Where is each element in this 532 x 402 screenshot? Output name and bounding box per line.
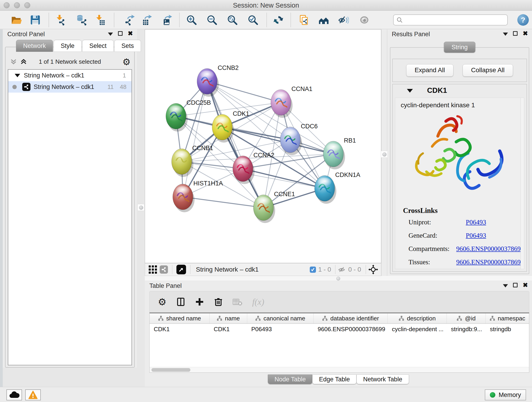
network-options-gear-icon[interactable]: ⚙	[122, 56, 131, 67]
cloud-status-button[interactable]	[6, 389, 22, 400]
search-input[interactable]	[403, 15, 507, 25]
tab-network-table[interactable]: Network Table	[356, 375, 409, 384]
main-toolbar: ?	[0, 11, 532, 29]
panel-menu-icon[interactable]	[503, 284, 508, 287]
birdseye-navigator-icon[interactable]	[368, 264, 378, 274]
column-header[interactable]: canonical name	[247, 313, 314, 323]
memory-button[interactable]: Memory	[485, 389, 526, 400]
network-node-RB1[interactable]: RB1	[323, 137, 356, 169]
crosslink-label: Uniprot:	[409, 218, 466, 226]
zoom-fit-icon[interactable]	[227, 14, 238, 26]
column-header[interactable]: @id	[447, 313, 486, 323]
results-scrollbar[interactable]	[520, 98, 524, 269]
zoom-selected-icon[interactable]	[247, 14, 259, 26]
import-table-icon[interactable]	[94, 14, 105, 26]
grid-view-icon[interactable]	[149, 265, 157, 274]
network-node-CCNB1[interactable]: CCNB1	[172, 145, 213, 177]
crosslink-link[interactable]: P06493	[466, 218, 486, 226]
warning-icon	[28, 390, 38, 399]
selected-nodes-checkbox[interactable]	[310, 267, 316, 273]
crosslink-label: GeneCard:	[409, 232, 466, 239]
panel-close-icon[interactable]: ✖	[523, 283, 528, 287]
horizontal-splitter[interactable]	[145, 276, 532, 281]
tab-node-table[interactable]: Node Table	[268, 375, 312, 384]
show-panel-eye-icon[interactable]	[359, 14, 370, 26]
network-edge	[183, 197, 264, 208]
tab-select[interactable]: Select	[82, 40, 114, 52]
save-session-icon[interactable]	[30, 14, 41, 26]
panel-close-icon[interactable]: ✖	[128, 31, 133, 36]
zoom-in-icon[interactable]	[186, 14, 197, 26]
tab-network[interactable]: Network	[16, 40, 53, 52]
minimize-window-button[interactable]	[14, 2, 20, 8]
panel-menu-icon[interactable]	[108, 32, 113, 36]
export-table-icon[interactable]	[142, 14, 152, 26]
gene-section-header[interactable]: CDK1	[393, 84, 526, 97]
selected-count: 1 - 0	[318, 266, 331, 273]
crosslink-link[interactable]: P06493	[466, 232, 486, 239]
zoom-window-button[interactable]	[24, 2, 30, 8]
collapse-all-button[interactable]: Collapse All	[462, 64, 513, 77]
detach-view-icon[interactable]	[177, 265, 186, 274]
table-horizontal-scrollbar[interactable]	[150, 367, 529, 372]
crosslink-link[interactable]: 9606.ENSP00000378699	[456, 245, 524, 253]
import-network-from-database-icon[interactable]	[76, 14, 87, 26]
column-header[interactable]: shared name	[150, 313, 210, 323]
tab-string[interactable]: String	[444, 42, 475, 53]
zoom-out-icon[interactable]	[206, 14, 217, 26]
column-header[interactable]: name	[210, 313, 247, 323]
tab-edge-table[interactable]: Edge Table	[312, 375, 356, 384]
tree-expand-icon[interactable]	[15, 74, 20, 77]
panel-float-icon[interactable]	[513, 283, 518, 287]
crosslink-row: Tissues: 9606.ENSP00000378699	[409, 258, 524, 266]
open-session-icon[interactable]	[11, 14, 22, 26]
crosslink-link[interactable]: 9606.ENSP00000378699	[456, 258, 524, 266]
show-columns-icon[interactable]	[176, 297, 185, 306]
section-collapse-icon[interactable]	[407, 89, 413, 93]
panel-menu-icon[interactable]	[503, 32, 508, 36]
column-header[interactable]: namespac	[486, 313, 529, 323]
expand-all-button[interactable]: Expand All	[406, 64, 453, 77]
duplicate-network-icon[interactable]	[298, 14, 309, 26]
tab-sets[interactable]: Sets	[114, 40, 141, 52]
table-toolbar: ⚙ f(x)	[149, 291, 529, 313]
network-canvas[interactable]: CCNB2CCNA1CDC25BCDK1CDC6RB1CCNB1CCNA2CDK…	[145, 29, 381, 263]
splitter-knob[interactable]	[336, 277, 340, 281]
delete-table-icon[interactable]	[233, 297, 243, 306]
node-label: CDC25B	[186, 99, 211, 106]
tab-style[interactable]: Style	[54, 40, 82, 52]
table-options-gear-icon[interactable]: ⚙	[158, 296, 167, 307]
column-header[interactable]: database identifier	[314, 313, 388, 323]
network-node-HIST1H1A[interactable]: HIST1H1A	[173, 180, 223, 212]
close-window-button[interactable]	[4, 2, 10, 8]
home-networks-icon[interactable]	[318, 14, 329, 26]
node-label: RB1	[344, 137, 356, 144]
export-image-icon[interactable]	[161, 14, 172, 26]
panel-close-icon[interactable]: ✖	[523, 31, 528, 36]
left-splitter-handle[interactable]	[138, 204, 144, 211]
table-row[interactable]: CDK1 CDK1 P06493 9606.ENSP00000378699 cy…	[150, 324, 529, 335]
panel-float-icon[interactable]	[513, 31, 518, 36]
network-row[interactable]: String Network – cdk1 11 48	[8, 81, 132, 93]
hide-panel-eye-icon[interactable]	[338, 14, 349, 26]
network-node-CDKN1A[interactable]: CDKN1A	[315, 172, 360, 204]
network-view-type-icon[interactable]	[160, 265, 168, 274]
panel-float-icon[interactable]	[118, 31, 123, 36]
scrollbar-thumb[interactable]	[152, 368, 190, 372]
hidden-elements-eye-icon[interactable]	[337, 265, 346, 274]
column-header[interactable]: description	[388, 313, 447, 323]
network-node-CCNE1[interactable]: CCNE1	[253, 191, 295, 223]
help-icon[interactable]: ?	[517, 14, 529, 26]
network-node-CDC25B[interactable]: CDC25B	[166, 99, 211, 132]
network-node-CCNB2[interactable]: CCNB2	[197, 64, 239, 97]
delete-column-icon[interactable]	[214, 297, 223, 306]
refresh-icon[interactable]	[273, 14, 284, 26]
right-splitter-handle[interactable]	[381, 151, 388, 158]
network-collection-row[interactable]: String Network – cdk1 1	[8, 70, 132, 81]
network-node-CDC6[interactable]: CDC6	[280, 123, 318, 155]
export-network-icon[interactable]	[124, 14, 135, 26]
window-controls	[4, 2, 30, 8]
import-network-icon[interactable]	[55, 14, 66, 26]
add-column-icon[interactable]	[195, 297, 204, 306]
warnings-button[interactable]	[25, 389, 41, 400]
